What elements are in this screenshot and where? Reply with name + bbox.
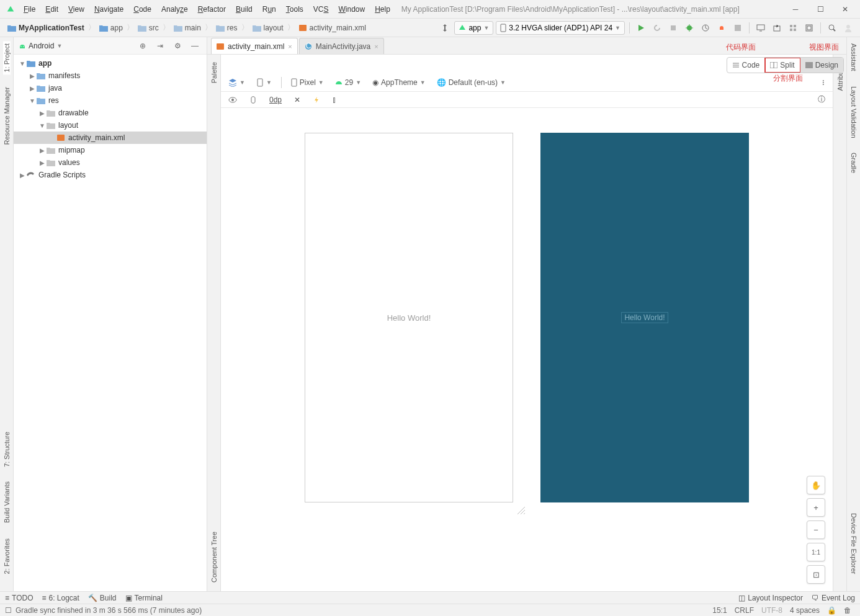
- device-selector[interactable]: 3.2 HVGA slider (ADP1) API 24▼: [496, 21, 625, 35]
- window-maximize[interactable]: ☐: [808, 1, 833, 18]
- todo-tab[interactable]: ≡ TODO: [5, 594, 33, 602]
- menu-vcs[interactable]: VCS: [308, 5, 334, 14]
- guidelines-icon[interactable]: ⫿: [329, 93, 340, 107]
- crumb-app[interactable]: app: [97, 24, 125, 32]
- module-selector[interactable]: app▼: [454, 21, 493, 35]
- menu-navigate[interactable]: Navigate: [89, 5, 128, 14]
- tree-node-manifests[interactable]: ▶manifests: [14, 69, 207, 82]
- mode-split[interactable]: Split: [765, 58, 800, 73]
- gutter-favorites[interactable]: 2: Favorites: [3, 536, 11, 576]
- orientation-selector[interactable]: ▼: [253, 76, 275, 89]
- resource-manager-icon[interactable]: [786, 21, 800, 35]
- menu-refactor[interactable]: Refactor: [193, 5, 231, 14]
- file-encoding[interactable]: UTF-8: [758, 606, 786, 615]
- hide-panel-icon[interactable]: —: [188, 39, 202, 53]
- attach-debugger-icon[interactable]: [715, 21, 728, 35]
- layout-inspector-icon[interactable]: [802, 21, 816, 35]
- tree-node-values[interactable]: ▶values: [14, 156, 207, 169]
- caret-position[interactable]: 15:1: [709, 606, 730, 615]
- menu-analyze[interactable]: Analyze: [156, 5, 193, 14]
- tab-activity-main[interactable]: activity_main.xml×: [211, 38, 298, 54]
- autoconnect-icon[interactable]: [246, 93, 261, 107]
- zoom-fit-button[interactable]: 1:1: [807, 543, 825, 561]
- pan-button[interactable]: ✋: [807, 476, 825, 494]
- close-icon[interactable]: ×: [374, 43, 378, 50]
- design-preview[interactable]: Hello World!: [305, 133, 513, 502]
- clear-constraints-icon[interactable]: ✕: [290, 93, 304, 107]
- mode-design[interactable]: Design: [800, 58, 843, 73]
- stop-button[interactable]: [731, 21, 745, 35]
- sdk-manager-icon[interactable]: [770, 21, 784, 35]
- window-minimize[interactable]: ─: [783, 1, 808, 18]
- menu-view[interactable]: View: [63, 5, 89, 14]
- default-margins[interactable]: 0dp: [266, 93, 285, 107]
- theme-selector[interactable]: ◉AppTheme▼: [369, 76, 429, 89]
- surface-selector[interactable]: ▼: [225, 76, 249, 89]
- menu-help[interactable]: Help: [370, 5, 395, 14]
- user-icon[interactable]: [841, 21, 855, 35]
- zoom-in-button[interactable]: +: [807, 498, 825, 517]
- project-tree[interactable]: ▼app ▶manifests ▶java ▼res ▶drawable ▼la…: [14, 55, 207, 591]
- build-tab[interactable]: 🔨 Build: [88, 594, 117, 602]
- crumb-res[interactable]: res: [213, 24, 240, 32]
- infer-constraints-icon[interactable]: [309, 93, 324, 107]
- gutter-resource-manager[interactable]: Resource Manager: [3, 84, 11, 148]
- collapse-all-icon[interactable]: ⇥: [153, 39, 167, 53]
- blueprint-preview[interactable]: Hello World!: [540, 133, 749, 502]
- crumb-main[interactable]: main: [171, 24, 204, 32]
- search-everywhere-icon[interactable]: [825, 21, 839, 35]
- sync-gradle-icon[interactable]: [438, 21, 452, 35]
- blueprint-textview[interactable]: Hello World!: [621, 312, 668, 323]
- crumb-project[interactable]: MyApplicationTest: [5, 24, 87, 32]
- memory-indicator-icon[interactable]: 🗑: [840, 606, 855, 615]
- tree-node-mipmap[interactable]: ▶mipmap: [14, 144, 207, 156]
- preview-textview[interactable]: Hello World!: [387, 313, 431, 323]
- api-selector[interactable]: 29▼: [331, 76, 365, 89]
- menu-edit[interactable]: Edit: [40, 5, 63, 14]
- terminal-tab[interactable]: ▣ Terminal: [125, 594, 163, 602]
- indent-info[interactable]: 4 spaces: [786, 606, 823, 615]
- zoom-reset-button[interactable]: ⊡: [807, 565, 825, 584]
- window-close[interactable]: ✕: [833, 1, 858, 18]
- crumb-file[interactable]: activity_main.xml: [296, 24, 369, 32]
- menu-tools[interactable]: Tools: [281, 5, 308, 14]
- mode-code[interactable]: Code: [727, 58, 766, 73]
- gutter-structure[interactable]: 7: Structure: [3, 429, 11, 470]
- tree-node-res[interactable]: ▼res: [14, 94, 207, 107]
- menu-run[interactable]: Run: [258, 5, 281, 14]
- crumb-src[interactable]: src: [135, 24, 161, 32]
- event-log-tab[interactable]: 🗨 Event Log: [812, 594, 855, 602]
- locale-selector[interactable]: 🌐Default (en-us)▼: [433, 76, 509, 89]
- device-type-selector[interactable]: Pixel▼: [287, 76, 328, 89]
- menu-window[interactable]: Window: [333, 5, 370, 14]
- gutter-project[interactable]: 1: Project: [3, 41, 11, 74]
- component-tree-tab[interactable]: Component Tree: [210, 529, 218, 585]
- settings-icon[interactable]: ⚙: [171, 39, 184, 53]
- select-file-icon[interactable]: ⊕: [136, 39, 150, 53]
- resize-handle-icon[interactable]: [515, 504, 525, 514]
- tree-node-app[interactable]: ▼app: [14, 57, 207, 69]
- crumb-layout[interactable]: layout: [250, 24, 286, 32]
- avd-manager-icon[interactable]: [754, 21, 768, 35]
- tree-node-drawable[interactable]: ▶drawable: [14, 107, 207, 119]
- view-options-icon[interactable]: [225, 93, 241, 107]
- line-separator[interactable]: CRLF: [731, 606, 758, 615]
- gutter-assistant[interactable]: Assistant: [850, 41, 858, 74]
- menu-file[interactable]: File: [19, 5, 40, 14]
- gutter-device-file-explorer[interactable]: Device File Explorer: [850, 511, 858, 576]
- run-button[interactable]: [634, 21, 648, 35]
- project-view-selector[interactable]: Android▼: [19, 42, 136, 50]
- gutter-gradle[interactable]: Gradle: [850, 150, 858, 176]
- gutter-build-variants[interactable]: Build Variants: [3, 479, 11, 525]
- apply-changes-icon[interactable]: [650, 21, 664, 35]
- attributes-toggle-icon[interactable]: ⫶: [818, 76, 829, 89]
- tree-node-activity-main[interactable]: activity_main.xml: [14, 132, 207, 144]
- palette-tab[interactable]: Palette: [210, 60, 218, 86]
- layout-inspector-tab[interactable]: ◫ Layout Inspector: [738, 594, 803, 602]
- zoom-out-button[interactable]: −: [807, 520, 825, 539]
- menu-code[interactable]: Code: [128, 5, 156, 14]
- logcat-tab[interactable]: ≡ 6: Logcat: [42, 594, 79, 602]
- readonly-lock-icon[interactable]: 🔒: [823, 606, 840, 615]
- tab-mainactivity[interactable]: C MainActivity.java×: [299, 38, 384, 54]
- tree-node-gradle-scripts[interactable]: ▶Gradle Scripts: [14, 169, 207, 181]
